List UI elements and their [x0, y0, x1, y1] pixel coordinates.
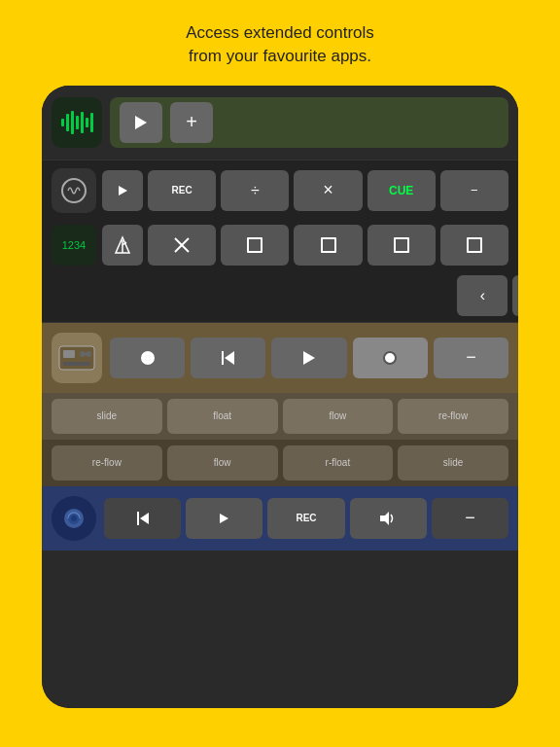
svg-point-10: [86, 351, 91, 357]
chevron-left-icon: ‹: [480, 287, 485, 304]
record-icon: [141, 351, 155, 365]
metronome-button[interactable]: [102, 225, 143, 266]
bottom-row: REC −: [42, 486, 518, 551]
cue-label: CUE: [389, 184, 413, 197]
x-cross-icon: [173, 236, 191, 254]
skip-back-icon: [222, 351, 234, 365]
label-reflow[interactable]: re-flow: [398, 399, 508, 434]
mixer-close-button[interactable]: ×: [294, 170, 362, 211]
svg-marker-15: [380, 512, 389, 525]
play-icon: [119, 186, 127, 196]
bottom-play-button[interactable]: [186, 498, 262, 539]
arrow-right-icon: [303, 351, 315, 365]
play-icon: [135, 116, 147, 129]
svg-point-0: [62, 179, 86, 202]
dot-icon: [383, 351, 397, 365]
device-frame: + REC: [42, 86, 518, 708]
audio-add-button[interactable]: +: [170, 102, 213, 143]
waveform-icon: [61, 109, 93, 136]
number-value: 1234: [62, 239, 86, 251]
label-slide2[interactable]: slide: [398, 445, 508, 480]
vintage-skipback-button[interactable]: [191, 338, 265, 378]
label-rfloat[interactable]: r-float: [283, 445, 394, 480]
screen: + REC: [42, 86, 518, 708]
audio-controls-area: +: [110, 97, 508, 148]
mixer-divide-button[interactable]: ÷: [221, 170, 289, 211]
bottom-rec-button[interactable]: REC: [267, 498, 344, 539]
header-line2: from your favourite apps.: [189, 47, 371, 65]
mixer-row: REC ÷ × CUE −: [42, 160, 518, 221]
audio-row: +: [42, 86, 518, 160]
label-flow[interactable]: flow: [283, 399, 394, 434]
label-reflow2[interactable]: re-flow: [52, 445, 162, 480]
sequencer-row: 1234: [42, 221, 518, 269]
square-icon: [247, 237, 262, 253]
minus-icon: −: [465, 508, 475, 528]
vintage-record-button[interactable]: [110, 338, 185, 378]
vintage-device-icon: [57, 338, 96, 377]
minus-icon: −: [466, 347, 476, 368]
svg-point-14: [71, 516, 77, 521]
vintage-dot-button[interactable]: [353, 338, 428, 378]
labels-row-1: slide float flow re-flow: [42, 393, 518, 440]
blue-app-icon: [52, 496, 96, 541]
audio-play-button[interactable]: [120, 102, 162, 143]
square-icon: [321, 237, 336, 253]
label-flow2[interactable]: flow: [167, 445, 278, 480]
mixer-rec-button[interactable]: REC: [148, 170, 216, 211]
seq-square4-button[interactable]: [440, 225, 508, 266]
number-display: 1234: [52, 225, 96, 266]
svg-rect-11: [63, 362, 90, 366]
add-icon: +: [186, 111, 197, 133]
svg-rect-8: [63, 350, 75, 358]
skip-back-icon: [137, 512, 149, 525]
vintage-forward-button[interactable]: [271, 338, 346, 378]
mixer-play-button[interactable]: [102, 170, 143, 211]
vintage-minus-button[interactable]: −: [434, 338, 508, 378]
mixer-minus-button[interactable]: −: [440, 170, 508, 211]
rec-icon: REC: [172, 185, 192, 196]
mixer-cue-button[interactable]: CUE: [368, 170, 436, 211]
square-icon: [467, 237, 482, 253]
nav-chevron-left-button[interactable]: ‹: [457, 275, 508, 316]
divide-icon: ÷: [251, 182, 260, 199]
header-line1: Access extended controls: [186, 23, 374, 42]
play-icon: [220, 514, 228, 523]
x-icon: ×: [323, 180, 333, 200]
seq-square3-button[interactable]: [368, 225, 436, 266]
rec-icon: REC: [296, 513, 316, 523]
seq-x-button[interactable]: [148, 225, 216, 266]
square-icon: [394, 237, 409, 253]
speaker-icon: [62, 507, 86, 530]
svg-point-9: [80, 351, 86, 357]
bottom-volume-button[interactable]: [350, 498, 427, 539]
labels-row-2: re-flow flow r-float slide: [42, 440, 518, 486]
nav-chevron-right-button[interactable]: ›: [512, 275, 518, 316]
nav-row: ‹ ›: [42, 269, 518, 322]
bottom-minus-button[interactable]: −: [432, 498, 508, 539]
seq-square2-button[interactable]: [294, 225, 362, 266]
vintage-app-icon: [52, 333, 102, 383]
mixer-app-icon: [52, 168, 96, 213]
waveform-circle-icon: [60, 177, 88, 204]
vintage-row: −: [42, 323, 518, 393]
label-slide[interactable]: slide: [52, 399, 162, 434]
bottom-skipback-button[interactable]: [104, 498, 181, 539]
seq-square1-button[interactable]: [221, 225, 289, 266]
audio-app-icon: [52, 97, 102, 148]
volume-icon: [379, 511, 397, 526]
minus-icon: −: [471, 183, 478, 197]
header-text: Access extended controls from your favou…: [0, 0, 560, 86]
label-float[interactable]: float: [167, 399, 278, 434]
metronome-icon: [114, 235, 131, 255]
